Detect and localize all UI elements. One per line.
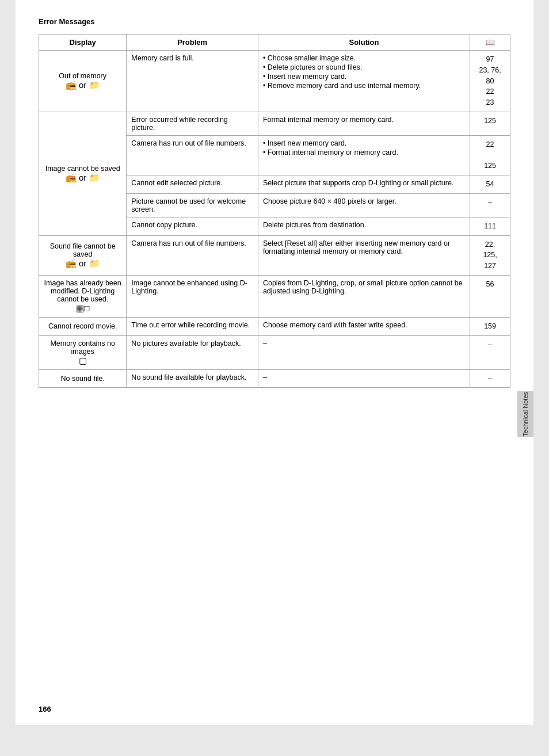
problem-text: Cannot edit selected pic­ture. (131, 179, 222, 187)
problem-cell: Camera has run out of file numbers. (127, 135, 258, 175)
side-tab-label: Technical Notes (522, 392, 529, 437)
display-icons: 📻 or 📁 (66, 258, 100, 268)
problem-cell: Memory card is full. (127, 51, 258, 112)
side-tab: Technical Notes (517, 391, 533, 437)
solution-cell: Choose smaller image size. Delete pictur… (258, 51, 470, 112)
problem-text: No sound file available for playback. (131, 373, 246, 381)
display-icons: ▢ (79, 356, 87, 365)
ref-cell: – (470, 193, 510, 217)
table-row: Out of memory 📻 or 📁 Memory card is full… (39, 51, 510, 112)
ref-cell: 54 (470, 175, 510, 194)
problem-text: Time out error while recording movie. (131, 321, 250, 329)
solution-cell: Format internal memory or memory card. (258, 112, 470, 135)
solution-text: Select [Reset all] after either insertin… (263, 239, 450, 255)
page-number: 166 (39, 705, 51, 713)
display-icons: 📻 or 📁 (66, 173, 100, 182)
ref-cell: 159 (470, 317, 510, 335)
display-text: Out of memory (59, 72, 106, 80)
ref-cell: 111 (470, 217, 510, 235)
problem-text: Camera has run out of file numbers. (131, 239, 246, 247)
problem-cell: Time out error while recording movie. (127, 317, 258, 335)
solution-cell: Insert new memory card. Format internal … (258, 135, 470, 175)
section-title: Error Messages (39, 17, 510, 26)
table-row: Cannot record movie. Time out error whil… (39, 317, 510, 335)
header-problem: Problem (127, 35, 258, 51)
solution-cell: Select picture that sup­ports crop D-Lig… (258, 175, 470, 194)
solution-cell: Choose memory card with faster write spe… (258, 317, 470, 335)
problem-text: Camera has run out of file numbers. (131, 139, 246, 147)
display-cell: Out of memory 📻 or 📁 (39, 51, 127, 112)
display-text: Memory contains no images (50, 339, 115, 356)
solution-cell: Choose picture 640 × 480 pixels or large… (258, 193, 470, 217)
display-text: Image cannot be saved (45, 165, 120, 173)
ref-cell: 22125 (470, 135, 510, 175)
solution-text: Format internal memory or memory card. (263, 116, 394, 124)
solution-text: Select picture that sup­ports crop D-Lig… (263, 179, 453, 187)
display-cell: No sound file. (39, 369, 127, 388)
table-row: Image has already been modified. D-Light… (39, 275, 510, 317)
problem-text: Cannot copy picture. (131, 221, 197, 229)
problem-cell: No pictures available for playback. (127, 335, 258, 369)
display-cell: Image cannot be saved 📻 or 📁 (39, 112, 127, 235)
ref-cell: 22,125,127 (470, 235, 510, 275)
table-row: Sound file cannot be saved 📻 or 📁 Camera… (39, 235, 510, 275)
list-item: Delete pictures or sound files. (263, 63, 465, 71)
table-row: Memory contains no images ▢ No pictures … (39, 335, 510, 369)
table-row: Image cannot be saved 📻 or 📁 Error occur… (39, 112, 510, 135)
display-text: Cannot record movie. (48, 322, 117, 330)
problem-text: No pictures available for playback. (131, 339, 241, 348)
solution-cell: – (258, 335, 470, 369)
list-item: Format internal mem­ory or memory card. (263, 148, 465, 156)
solution-list: Insert new memory card. Format internal … (263, 139, 465, 156)
display-text: Image has already been modified. D-Light… (44, 279, 121, 303)
ref-cell: 9723, 76,802223 (470, 51, 510, 112)
display-cell: Image has already been modified. D-Light… (39, 275, 127, 317)
ref-cell: 125 (470, 112, 510, 135)
display-icons: 📻 or 📁 (66, 80, 100, 90)
solution-text: Choose memory card with faster write spe… (263, 321, 407, 329)
header-display: Display (39, 35, 127, 51)
list-item: Insert new memory card. (263, 139, 465, 147)
solution-text: – (263, 339, 267, 348)
solution-text: – (263, 373, 267, 381)
solution-text: Choose picture 640 × 480 pixels or large… (263, 197, 396, 205)
solution-text: Copies from D-Lighting, crop, or small p… (263, 279, 463, 295)
solution-cell: Select [Reset all] after either insertin… (258, 235, 470, 275)
problem-cell: No sound file available for playback. (127, 369, 258, 388)
display-icons: ▦​□ (76, 303, 89, 313)
solution-text: Delete pictures from des­tination. (263, 221, 366, 229)
problem-text: Error occurred while recording picture. (131, 116, 227, 132)
display-cell: Cannot record movie. (39, 317, 127, 335)
display-cell: Sound file cannot be saved 📻 or 📁 (39, 235, 127, 275)
problem-cell: Picture cannot be used for welcome scree… (127, 193, 258, 217)
solution-cell: Delete pictures from des­tination. (258, 217, 470, 235)
solution-cell: Copies from D-Lighting, crop, or small p… (258, 275, 470, 317)
header-ref: 📖 (470, 35, 510, 51)
problem-text: Memory card is full. (131, 54, 193, 62)
ref-cell: 56 (470, 275, 510, 317)
list-item: Insert new memory card. (263, 72, 465, 81)
problem-cell: Cannot edit selected pic­ture. (127, 175, 258, 194)
problem-text: Image cannot be enhanced using D-Lightin… (131, 279, 247, 295)
page: Error Messages Display Problem Solution … (16, 0, 533, 725)
problem-cell: Image cannot be enhanced using D-Lightin… (127, 275, 258, 317)
problem-cell: Error occurred while recording picture. (127, 112, 258, 135)
display-text: No sound file. (60, 375, 104, 383)
problem-text: Picture cannot be used for welcome scree… (131, 197, 246, 213)
problem-cell: Camera has run out of file numbers. (127, 235, 258, 275)
header-solution: Solution (258, 35, 470, 51)
problem-cell: Cannot copy picture. (127, 217, 258, 235)
list-item: Choose smaller image size. (263, 54, 465, 62)
list-item: Remove memory card and use internal memo… (263, 82, 465, 90)
solution-cell: – (258, 369, 470, 388)
display-cell: Memory contains no images ▢ (39, 335, 127, 369)
display-text: Sound file cannot be saved (50, 242, 116, 258)
error-messages-table: Display Problem Solution 📖 Out of memory… (39, 34, 510, 388)
ref-cell: – (470, 335, 510, 369)
table-row: No sound file. No sound file available f… (39, 369, 510, 388)
solution-list: Choose smaller image size. Delete pictur… (263, 54, 465, 90)
ref-cell: – (470, 369, 510, 388)
